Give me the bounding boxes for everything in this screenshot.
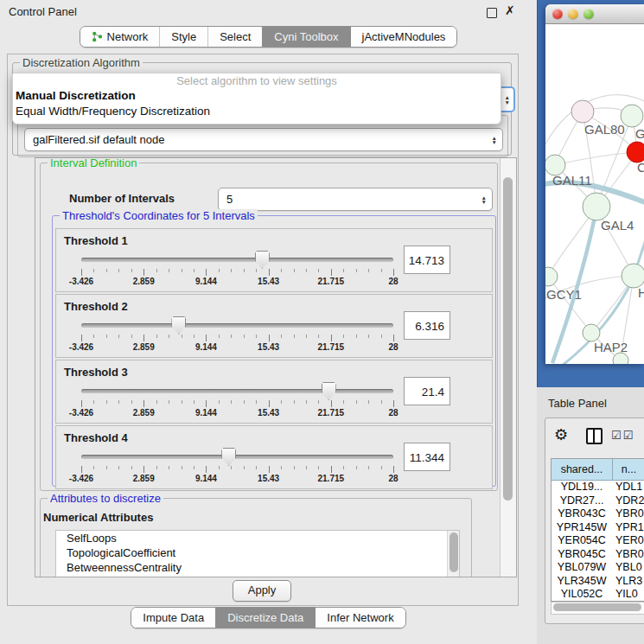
network-canvas[interactable]: GAL80GCGAL11GAL4GCY1HHAP2 [545,24,644,364]
slider-track[interactable] [81,323,393,328]
threshold-value-field[interactable]: 11.344 [404,443,450,471]
slider-tick [206,269,207,276]
threshold-value-field[interactable]: 6.316 [404,311,450,340]
number-of-intervals-label: Number of Intervals [69,192,175,205]
close-traffic-light[interactable] [552,9,563,19]
slider-tick [368,466,369,469]
column-checkboxes-icon[interactable]: ☑☑ [611,429,634,442]
table-cell[interactable]: YPR145W [552,521,612,535]
table-cell[interactable]: YBR0 [612,507,644,521]
table-row[interactable]: YDR27...YDR2 [552,494,644,508]
table-column-header[interactable]: shared... [552,459,613,480]
horizontal-scrollbar[interactable] [551,602,644,615]
list-scrollbar[interactable] [447,531,459,577]
list-scrollbar-thumb[interactable] [450,532,458,572]
algorithm-option-manual-discretization[interactable]: Manual Discretization [13,88,501,104]
slider-tick [343,269,344,272]
gal4-node[interactable] [583,193,610,220]
slider-track[interactable] [81,389,393,393]
horizontal-scrollbar-thumb[interactable] [553,603,641,611]
slider-thumb[interactable] [322,382,336,400]
table-cell[interactable]: YPR1 [612,521,644,535]
table-cell[interactable]: YBR0 [612,548,644,562]
table-cell[interactable]: YDL1 [612,481,644,494]
table-cell[interactable]: YBR043C [552,507,612,521]
table-cell[interactable]: YBL0 [612,561,644,575]
slider-tick-label: 2.859 [133,474,155,483]
algorithm-option-equal-width-frequency-discretization[interactable]: Equal Width/Frequency Discretization [13,104,501,119]
table-cell[interactable]: YBR045C [552,548,612,562]
slider-tick [269,400,270,407]
slider-tick-label: 9.144 [195,474,217,483]
slider-track[interactable] [81,258,393,262]
slider-thumb[interactable] [255,251,270,269]
threshold-label: Threshold 4 [64,431,128,444]
slider-tick [206,400,207,407]
slider-tick [269,466,270,473]
tab-network[interactable]: Network [80,27,160,47]
tab-style[interactable]: Style [159,27,207,47]
table-row[interactable]: YLR345WYLR3 [552,575,644,589]
close-icon[interactable]: ✗ [505,3,515,17]
table-cell[interactable]: YER054C [552,534,612,548]
table-column-header[interactable]: n... [613,459,644,480]
slider-tick-label: -3.426 [69,408,93,418]
slider-thumb[interactable] [171,316,186,335]
minimize-traffic-light[interactable] [568,9,578,19]
slider-thumb[interactable] [221,448,236,466]
number-of-intervals-combo[interactable]: 5 ▲▼ [218,188,493,211]
table-cell[interactable]: YDL19... [552,481,612,494]
table-data-combo[interactable]: galFiltered.sif default node ▲▼ [24,128,503,151]
table-row[interactable]: YBL079WYBL0 [552,561,644,575]
table-cell[interactable]: YIL0 [612,588,644,602]
table-row[interactable]: YDL19...YDL1 [552,481,644,494]
tab-infer-network[interactable]: Infer Network [315,608,405,628]
table-row[interactable]: YPR145WYPR1 [552,521,644,535]
zoom-traffic-light[interactable] [583,9,594,19]
slider-tick-label: 9.144 [195,277,217,286]
slider-tick [393,335,394,341]
threshold-value-field[interactable]: 14.713 [404,245,450,274]
apply-button[interactable]: Apply [233,580,291,602]
slider-tick [294,400,295,404]
attribute-list-item[interactable]: TopologicalCoefficient [56,545,459,560]
attribute-list-item[interactable]: SelfLoops [56,531,459,545]
slider-tick [368,335,369,338]
attribute-list-item[interactable]: BetweennessCentrality [56,560,459,575]
tab-jactivemnodules[interactable]: jActiveMNodules [350,27,457,47]
table-cell[interactable]: YDR2 [612,494,644,508]
hap2-node[interactable] [583,324,600,341]
slider-tick [156,466,157,469]
tab-cyni-toolbox[interactable]: Cyni Toolbox [262,27,349,47]
threshold-value-field[interactable]: 21.4 [404,377,450,405]
slider-tick [231,269,232,272]
slider-tick [169,400,169,404]
vertical-scrollbar-thumb[interactable] [503,177,513,501]
gcy1-node[interactable] [545,267,558,286]
vertical-scrollbar[interactable] [500,158,516,577]
table-cell[interactable]: YLR345W [552,575,612,589]
slider-tick [93,335,94,338]
threshold-panel: Threshold 1 14.713 -3.4262.8599.14415.43… [55,228,493,292]
table-row[interactable]: YER054CYER0 [552,534,644,548]
table-row[interactable]: YBR043CYBR0 [552,507,644,521]
gal80-node[interactable] [571,100,594,123]
tab-discretize-data[interactable]: Discretize Data [215,608,315,628]
tab-select[interactable]: Select [207,27,262,47]
algorithm-popup-prompt: Select algorithm to view settings [13,73,501,88]
table-cell[interactable]: YBL079W [552,561,612,575]
float-window-icon[interactable] [487,8,497,18]
table-row[interactable]: YBR045CYBR0 [552,548,644,562]
table-cell[interactable]: YLR3 [612,575,644,589]
split-table-icon[interactable] [586,428,603,444]
table-cell[interactable]: YIL052C [552,588,612,602]
slider-track[interactable] [81,455,393,459]
table-panel-title: Table Panel [548,397,607,410]
tab-impute-data[interactable]: Impute Data [131,608,215,628]
right-mid-node[interactable] [622,264,644,288]
slider-tick [256,269,257,272]
gear-icon[interactable]: ⚙ [554,425,568,444]
table-cell[interactable]: YER0 [612,534,644,548]
table-cell[interactable]: YDR27... [552,494,612,508]
table-row[interactable]: YIL052CYIL0 [552,588,644,602]
